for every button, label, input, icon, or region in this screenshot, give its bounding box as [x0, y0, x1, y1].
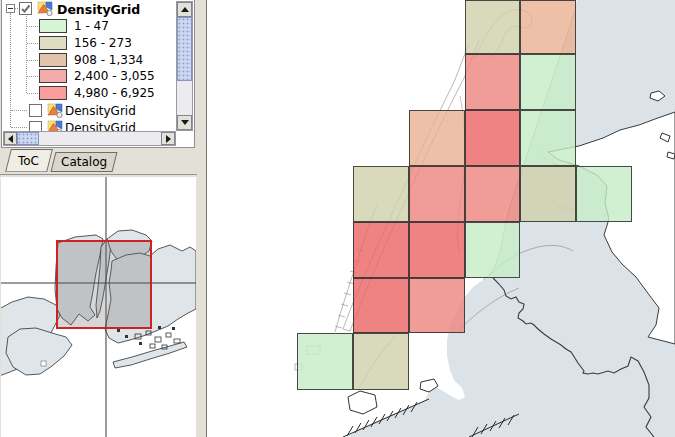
layer-name[interactable]: DensityGrid [65, 104, 136, 119]
layer-tree: DensityGrid 1 - 47 156 - 273 908 - 1,334… [1, 0, 195, 148]
layer-visibility-checkbox[interactable] [29, 104, 42, 117]
legend-label[interactable]: 156 - 273 [74, 36, 132, 51]
legend-swatch [39, 53, 67, 67]
legend-swatch [39, 36, 67, 50]
tree-connector [27, 76, 38, 77]
up-arrow-icon [181, 7, 189, 12]
density-cell [520, 0, 576, 54]
density-cell [520, 166, 576, 222]
density-cell [353, 333, 409, 390]
right-arrow-icon [166, 135, 171, 143]
density-cell [465, 222, 521, 278]
grid-layer-icon [47, 103, 63, 119]
grid-layer-icon [37, 1, 53, 17]
tree-connector [27, 26, 38, 27]
horizontal-scrollbar[interactable] [3, 131, 176, 146]
tree-connector [27, 43, 38, 44]
density-cell [520, 110, 576, 166]
density-cell [520, 54, 576, 110]
legend-label[interactable]: 1 - 47 [74, 19, 109, 34]
extent-box [57, 241, 151, 328]
gis-application-window: DensityGrid 1 - 47 156 - 273 908 - 1,334… [0, 0, 675, 437]
tree-connector [26, 16, 27, 93]
legend-label[interactable]: 2,400 - 3,055 [74, 69, 155, 84]
density-cell [465, 54, 521, 110]
density-cell [353, 166, 409, 222]
tree-connector [27, 93, 38, 94]
scroll-right-button[interactable] [161, 132, 175, 145]
legend-swatch [39, 69, 67, 83]
density-cell [576, 166, 632, 222]
density-cell [409, 222, 465, 278]
legend-label[interactable]: 4,980 - 6,925 [74, 86, 155, 101]
density-cell [409, 110, 465, 166]
scroll-down-button[interactable] [177, 115, 192, 130]
density-cell [465, 0, 521, 54]
density-cell [353, 222, 409, 278]
vertical-scroll-thumb[interactable] [177, 17, 192, 81]
collapse-toggle[interactable] [6, 4, 15, 13]
legend-swatch [39, 86, 67, 100]
tab-toc[interactable]: ToC [5, 149, 53, 172]
legend-label[interactable]: 908 - 1,334 [74, 53, 143, 68]
tab-label: Catalog [61, 155, 107, 169]
density-cell [465, 166, 521, 222]
layer-name[interactable]: DensityGrid [57, 2, 140, 17]
layer-visibility-checkbox[interactable] [19, 2, 32, 15]
density-cell [297, 333, 353, 390]
tab-catalog[interactable]: Catalog [51, 152, 118, 172]
toc-panel: DensityGrid 1 - 47 156 - 273 908 - 1,334… [0, 0, 207, 437]
density-cell [353, 278, 409, 334]
density-grid-layer [207, 0, 675, 437]
tree-connector [11, 127, 27, 128]
panel-tab-bar: ToC Catalog [0, 149, 197, 173]
map-canvas[interactable] [207, 0, 675, 437]
density-cell [409, 278, 465, 334]
scroll-left-button[interactable] [4, 132, 17, 145]
overview-map[interactable] [1, 177, 196, 437]
density-cell [465, 110, 521, 166]
scroll-up-button[interactable] [177, 2, 192, 17]
vertical-scrollbar[interactable] [176, 1, 193, 131]
legend-swatch [39, 19, 67, 33]
left-arrow-icon [8, 135, 13, 143]
check-icon [20, 3, 31, 14]
density-cell [409, 166, 465, 222]
tab-label: ToC [18, 154, 39, 168]
tree-connector [11, 110, 27, 111]
horizontal-scroll-thumb[interactable] [17, 132, 39, 145]
tree-connector [27, 60, 38, 61]
down-arrow-icon [181, 120, 189, 125]
